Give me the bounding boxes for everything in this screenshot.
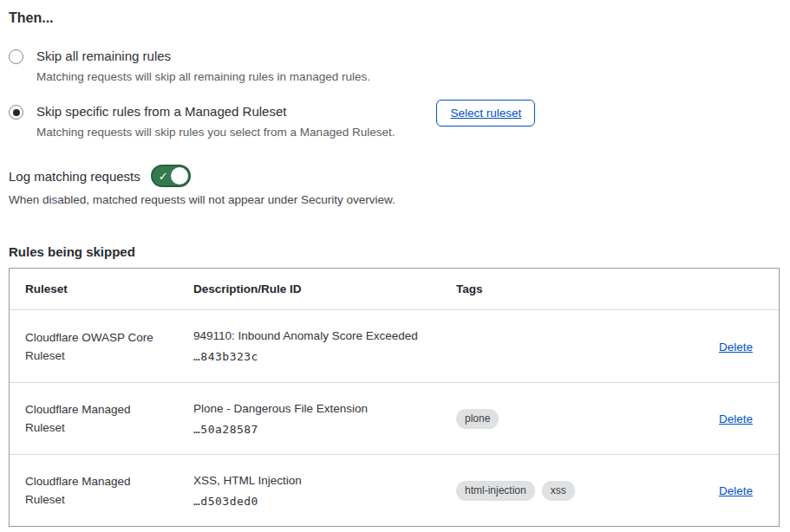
- check-icon: ✓: [159, 171, 168, 182]
- rule-id: …843b323c: [193, 350, 439, 363]
- tags-cell: plone: [456, 409, 716, 429]
- log-matching-requests-toggle[interactable]: ✓: [151, 165, 191, 187]
- table-row: Cloudflare Managed Ruleset XSS, HTML Inj…: [10, 454, 779, 526]
- rule-description-cell: 949110: Inbound Anomaly Score Exceeded ……: [193, 329, 456, 363]
- tag-badge: xss: [542, 481, 575, 501]
- column-header-tags: Tags: [456, 282, 716, 295]
- rule-description-cell: Plone - Dangerous File Extension …50a285…: [193, 402, 456, 436]
- delete-link[interactable]: Delete: [719, 484, 753, 497]
- column-header-description-rule-id: Description/Rule ID: [193, 282, 456, 295]
- delete-link[interactable]: Delete: [719, 412, 753, 425]
- column-header-ruleset: Ruleset: [25, 282, 193, 295]
- table-header-row: Ruleset Description/Rule ID Tags: [10, 269, 779, 310]
- radio-skip-all-remaining[interactable]: [9, 49, 23, 64]
- rules-being-skipped-table: Ruleset Description/Rule ID Tags Cloudfl…: [9, 268, 780, 527]
- ruleset-name: Cloudflare Managed Ruleset: [25, 400, 193, 437]
- option-text: Skip specific rules from a Managed Rules…: [36, 102, 395, 140]
- option-skip-specific-rules[interactable]: Skip specific rules from a Managed Rules…: [9, 102, 780, 140]
- rule-description-cell: XSS, HTML Injection …d503ded0: [193, 474, 456, 508]
- log-matching-requests-label: Log matching requests: [9, 169, 140, 184]
- table-row: Cloudflare OWASP Core Ruleset 949110: In…: [10, 310, 779, 382]
- option-description-skip-all: Matching requests will skip all remainin…: [36, 68, 370, 85]
- log-matching-requests-row: Log matching requests ✓: [9, 165, 780, 187]
- then-heading: Then...: [9, 10, 780, 26]
- option-description-skip-specific: Matching requests will skip rules you se…: [36, 124, 395, 140]
- waf-skip-rule-panel: Then... Skip all remaining rules Matchin…: [0, 0, 790, 527]
- rule-id: …50a28587: [193, 423, 439, 436]
- rule-description: 949110: Inbound Anomaly Score Exceeded: [193, 329, 439, 342]
- option-skip-all-remaining[interactable]: Skip all remaining rules Matching reques…: [9, 47, 780, 85]
- rule-description: Plone - Dangerous File Extension: [193, 402, 439, 415]
- rule-id: …d503ded0: [193, 495, 439, 508]
- delete-link[interactable]: Delete: [719, 341, 753, 354]
- log-helper-text: When disabled, matched requests will not…: [9, 193, 780, 206]
- rule-description: XSS, HTML Injection: [193, 474, 439, 487]
- rules-being-skipped-heading: Rules being skipped: [9, 244, 780, 259]
- toggle-knob: [171, 167, 188, 185]
- option-label-skip-all[interactable]: Skip all remaining rules: [36, 47, 370, 66]
- actions-cell: Delete: [716, 339, 753, 354]
- actions-cell: Delete: [716, 411, 753, 426]
- tag-badge: html-injection: [456, 481, 535, 501]
- tags-cell: html-injection xss: [456, 481, 716, 501]
- ruleset-name: Cloudflare OWASP Core Ruleset: [25, 328, 193, 365]
- option-label-skip-specific[interactable]: Skip specific rules from a Managed Rules…: [36, 102, 395, 121]
- select-ruleset-button[interactable]: Select ruleset: [436, 100, 535, 127]
- ruleset-name: Cloudflare Managed Ruleset: [25, 472, 193, 509]
- tag-badge: plone: [456, 409, 499, 429]
- table-row: Cloudflare Managed Ruleset Plone - Dange…: [10, 382, 779, 454]
- option-text: Skip all remaining rules Matching reques…: [36, 47, 370, 85]
- radio-skip-specific-rules[interactable]: [9, 105, 23, 120]
- actions-cell: Delete: [716, 483, 753, 498]
